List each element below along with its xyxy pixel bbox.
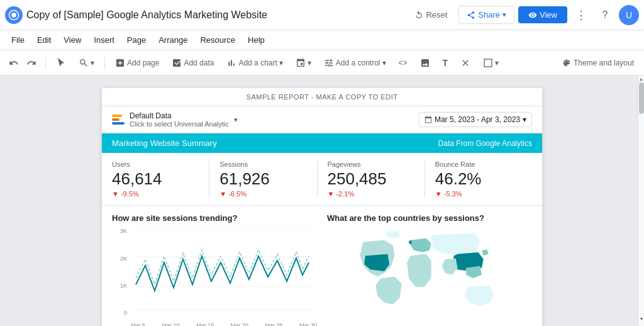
datasource-selector[interactable]: Default Data Click to select Universal A…: [112, 111, 411, 128]
map-chart-title: What are the top countries by sessions?: [327, 213, 532, 223]
add-chart-button[interactable]: Add a chart ▾: [221, 55, 287, 70]
summary-bar: Marketing Website Summary Data From Goog…: [102, 133, 542, 153]
code-button[interactable]: <>: [394, 56, 413, 70]
menu-resource[interactable]: Resource: [194, 33, 242, 47]
datasource-dropdown-arrow[interactable]: ▾: [234, 116, 238, 124]
redo-button[interactable]: [23, 54, 40, 72]
datasource-icon: [112, 115, 125, 125]
charts-section: How are site sessions trending? 3K 2K 1K…: [102, 206, 542, 326]
report-header: Default Data Click to select Universal A…: [102, 106, 542, 133]
metric-sessions-change: ▼ -6.5%: [219, 190, 306, 198]
scrollbar-thumb[interactable]: [639, 82, 644, 114]
text-button[interactable]: T: [438, 55, 453, 70]
toolbar-sep-1: [45, 57, 46, 69]
sessions-line-chart: 3K 2K 1K 0: [112, 228, 317, 326]
menu-edit[interactable]: Edit: [31, 33, 57, 47]
more-options-button[interactable]: ⋮: [571, 5, 591, 25]
svg-rect-2: [484, 59, 492, 67]
metric-users-change: ▼ -9.5%: [112, 190, 199, 198]
document-title: Copy of [Sample] Google Analytics Market…: [26, 9, 403, 21]
report-banner: SAMPLE REPORT - MAKE A COPY TO EDIT: [102, 88, 542, 106]
metric-sessions: Sessions 61,926 ▼ -6.5%: [209, 160, 316, 198]
metric-bounce-rate: Bounce Rate 46.2% ▼ -5.3%: [425, 160, 532, 198]
menu-page[interactable]: Page: [121, 33, 152, 47]
user-avatar[interactable]: U: [619, 5, 639, 25]
menu-insert[interactable]: Insert: [87, 33, 121, 47]
add-data-button[interactable]: Add data: [167, 55, 219, 70]
undo-redo-group: [5, 54, 40, 72]
map-chart: What are the top countries by sessions?: [327, 213, 532, 326]
metric-users: Users 46,614 ▼ -9.5%: [112, 160, 209, 198]
menu-help[interactable]: Help: [242, 33, 271, 47]
view-button[interactable]: View: [518, 6, 567, 23]
scrollbar[interactable]: ▲ ▼: [638, 76, 644, 326]
theme-layout-button[interactable]: Theme and layout: [557, 56, 639, 70]
zoom-button[interactable]: ▾: [74, 55, 99, 70]
top-actions: Reset Share ▾ View ⋮ ? U: [407, 5, 639, 25]
summary-title: Marketing Website Summary: [112, 138, 438, 148]
date-range-picker[interactable]: Mar 5, 2023 - Apr 3, 2023 ▾: [419, 112, 532, 127]
datasource-info: Default Data Click to select Universal A…: [130, 111, 229, 128]
scrollbar-up-arrow[interactable]: ▲: [639, 76, 644, 81]
svg-point-1: [11, 13, 16, 18]
share-button[interactable]: Share ▾: [458, 6, 514, 24]
world-map-svg: [327, 228, 532, 325]
metric-pageviews: Pageviews 250,485 ▼ -2.1%: [317, 160, 425, 198]
metrics-row: Users 46,614 ▼ -9.5% Sessions 61,926 ▼ -…: [102, 153, 542, 206]
metric-pageviews-change: ▼ -2.1%: [328, 190, 414, 198]
menu-file[interactable]: File: [5, 33, 31, 47]
toolbar-sep-2: [104, 57, 105, 69]
sessions-chart-title: How are site sessions trending?: [112, 213, 317, 223]
add-page-button[interactable]: Add page: [110, 55, 164, 70]
help-button[interactable]: ?: [595, 5, 615, 25]
app-icon: [5, 6, 23, 24]
shape-button[interactable]: ▾: [478, 55, 504, 70]
report-canvas: SAMPLE REPORT - MAKE A COPY TO EDIT Defa…: [102, 88, 542, 326]
x-axis-labels: Mar 5 Mar 10 Mar 15 Mar 20 Mar 25 Mar 30: [131, 322, 317, 326]
top-bar: Copy of [Sample] Google Analytics Market…: [0, 0, 644, 30]
world-map: [327, 228, 532, 326]
add-control-button[interactable]: Add a control ▾: [319, 55, 391, 70]
image-button[interactable]: [415, 55, 435, 70]
menu-view[interactable]: View: [57, 33, 87, 47]
toolbar: ▾ Add page Add data Add a chart ▾ ▾ Add …: [0, 50, 644, 76]
line-button[interactable]: [455, 55, 475, 70]
line-chart-svg: [131, 228, 317, 316]
y-axis-labels: 3K 2K 1K 0: [112, 228, 130, 316]
metric-bounce-change: ▼ -5.3%: [435, 190, 522, 198]
summary-source: Data From Google Analytics: [438, 139, 532, 148]
menu-arrange[interactable]: Arrange: [152, 33, 194, 47]
canvas-area: SAMPLE REPORT - MAKE A COPY TO EDIT Defa…: [0, 76, 644, 326]
menu-bar: File Edit View Insert Page Arrange Resou…: [0, 30, 644, 50]
cursor-tool-button[interactable]: [51, 55, 71, 70]
connector-button[interactable]: ▾: [291, 55, 316, 70]
scrollbar-down-arrow[interactable]: ▼: [639, 316, 644, 321]
sessions-chart: How are site sessions trending? 3K 2K 1K…: [112, 213, 317, 326]
undo-button[interactable]: [5, 54, 23, 72]
reset-button[interactable]: Reset: [407, 6, 455, 23]
